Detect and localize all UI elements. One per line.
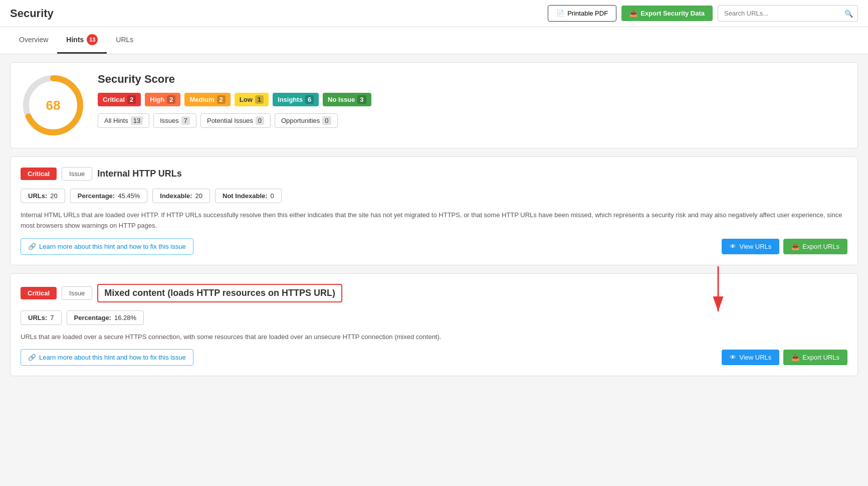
printable-pdf-button[interactable]: 📄 Printable PDF <box>548 5 616 22</box>
eye-icon-2: 👁 <box>730 354 736 361</box>
export-urls-btn-1[interactable]: 📤 Export URLs <box>783 239 847 254</box>
badge-critical[interactable]: Critical 2 <box>98 93 141 106</box>
filter-all-hints[interactable]: All Hints 13 <box>98 113 149 128</box>
main-content: 68 Security Score Critical 2 High 2 Medi… <box>0 54 868 392</box>
tab-overview[interactable]: Overview <box>10 27 57 54</box>
score-title: Security Score <box>98 73 847 86</box>
score-card: 68 Security Score Critical 2 High 2 Medi… <box>10 62 858 148</box>
score-details: Security Score Critical 2 High 2 Medium … <box>98 73 847 128</box>
severity-badge-1: Critical <box>21 168 57 180</box>
filter-row: All Hints 13 Issues 7 Potential Issues 0… <box>98 113 847 128</box>
issue-header-1: Critical Issue Internal HTTP URLs <box>21 167 847 181</box>
view-urls-btn-1[interactable]: 👁 View URLs <box>722 239 779 254</box>
badge-low[interactable]: Low 1 <box>235 93 269 106</box>
stat-urls-1: URLs: 20 <box>21 189 65 203</box>
badge-insights[interactable]: Insights 6 <box>273 93 319 106</box>
link-icon-2: 🔗 <box>28 354 36 361</box>
stat-urls-2: URLs: 7 <box>21 310 62 325</box>
stat-not-indexable-1: Not Indexable: 0 <box>215 189 282 203</box>
header: Security 📄 Printable PDF 📤 Export Securi… <box>0 0 868 27</box>
tab-bar: Overview Hints 13 URLs <box>0 27 868 54</box>
issue-description-1: Internal HTML URLs that are loaded over … <box>21 210 847 231</box>
issue-card-1: Critical Issue Internal HTTP URLs URLs: … <box>10 156 858 265</box>
page-title: Security <box>10 7 54 20</box>
link-icon-1: 🔗 <box>28 243 36 250</box>
issue-header-2: Critical Issue Mixed content (loads HTTP… <box>21 284 847 302</box>
filter-opportunities[interactable]: Opportunities 0 <box>275 113 338 128</box>
score-value: 68 <box>46 98 61 113</box>
action-btns-1: 👁 View URLs 📤 Export URLs <box>722 239 847 254</box>
export-urls-btn-2[interactable]: 📤 Export URLs <box>783 350 847 365</box>
badge-medium[interactable]: Medium 2 <box>184 93 230 106</box>
export-icon: 📤 <box>629 10 637 17</box>
header-actions: 📄 Printable PDF 📤 Export Security Data 🔍 <box>548 5 858 22</box>
issue-footer-2: 🔗 Learn more about this hint and how to … <box>21 349 847 366</box>
view-urls-btn-2[interactable]: 👁 View URLs <box>722 350 779 365</box>
severity-row: Critical 2 High 2 Medium 2 Low 1 Insight… <box>98 93 847 106</box>
eye-icon-1: 👁 <box>730 243 736 250</box>
badge-high[interactable]: High 2 <box>145 93 180 106</box>
stat-percentage-1: Percentage: 45.45% <box>70 189 148 203</box>
search-wrapper: 🔍 <box>718 5 858 22</box>
badge-noissue[interactable]: No Issue 3 <box>323 93 371 106</box>
stats-row-2: URLs: 7 Percentage: 16.28% <box>21 310 847 325</box>
action-btns-2: 👁 View URLs 📤 Export URLs <box>722 350 847 365</box>
export-security-button[interactable]: 📤 Export Security Data <box>621 6 713 21</box>
severity-badge-2: Critical <box>21 287 57 299</box>
export-icon-1: 📤 <box>791 243 799 250</box>
tab-urls[interactable]: URLs <box>107 27 142 54</box>
issue-footer-1: 🔗 Learn more about this hint and how to … <box>21 238 847 255</box>
export-icon-2: 📤 <box>791 354 799 361</box>
issue-type-label-2: Issue <box>62 286 92 300</box>
donut-chart: 68 <box>21 73 86 138</box>
learn-more-btn-2[interactable]: 🔗 Learn more about this hint and how to … <box>21 349 193 366</box>
stat-percentage-2: Percentage: 16.28% <box>67 310 144 325</box>
issue-title-1: Internal HTTP URLs <box>97 169 182 179</box>
issue-type-label-1: Issue <box>62 167 92 181</box>
issue-card-2: Critical Issue Mixed content (loads HTTP… <box>10 273 858 377</box>
file-icon: 📄 <box>556 10 564 17</box>
learn-more-btn-1[interactable]: 🔗 Learn more about this hint and how to … <box>21 238 193 255</box>
issue-title-2: Mixed content (loads HTTP resources on H… <box>97 284 342 302</box>
filter-potential-issues[interactable]: Potential Issues 0 <box>200 113 271 128</box>
filter-issues[interactable]: Issues 7 <box>153 113 196 128</box>
stat-indexable-1: Indexable: 20 <box>152 189 210 203</box>
search-icon: 🔍 <box>844 10 853 18</box>
tab-hints[interactable]: Hints 13 <box>57 27 107 54</box>
stats-row-1: URLs: 20 Percentage: 45.45% Indexable: 2… <box>21 189 847 203</box>
hints-badge: 13 <box>87 34 98 45</box>
issue-description-2: URLs that are loaded over a secure HTTPS… <box>21 332 847 343</box>
search-input[interactable] <box>718 5 858 22</box>
